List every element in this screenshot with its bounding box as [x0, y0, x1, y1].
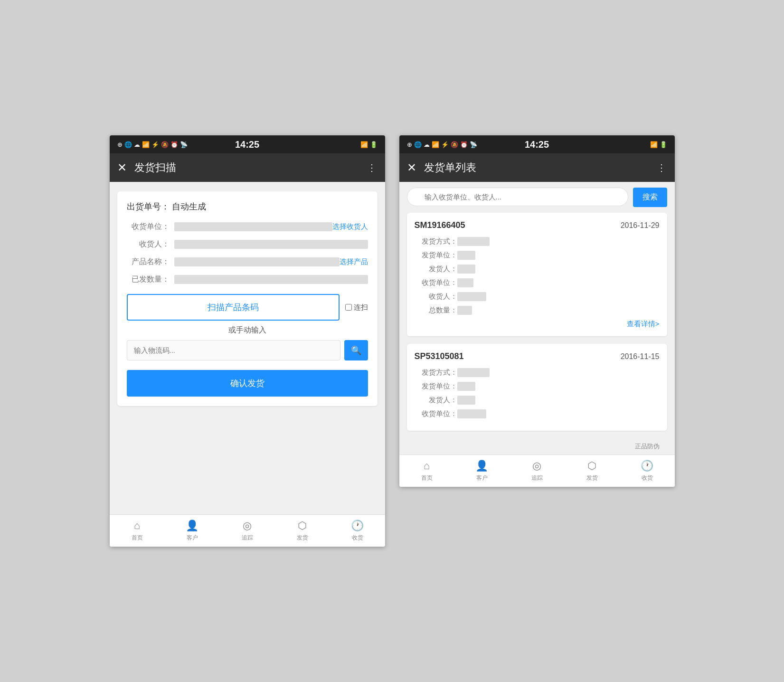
order-1-id: SM19166405 [415, 220, 465, 230]
alarm-icon: ⏰ [170, 141, 178, 148]
continuous-scan-checkbox[interactable] [345, 304, 352, 311]
left-phone-screen: ⊕ 🌐 ☁ 📶 ⚡ 🔕 ⏰ 📡 14:25 📶 🔋 ✕ 发货扫描 [110, 135, 385, 547]
order-1-header: SM19166405 2016-11-29 [415, 220, 660, 230]
order-2-sender: 发货人： [415, 396, 660, 405]
order-2-shipping-unit: 发货单位： [415, 382, 660, 391]
order-1-receiver: 收货人： [415, 292, 660, 301]
order-1-sender: 发货人： [415, 265, 660, 274]
left-nav-home[interactable]: ⌂ 首页 [110, 515, 165, 547]
home-icon: ⌂ [134, 520, 140, 532]
order-1-shipping-method-value [457, 237, 490, 246]
right-status-bar: ⊕ 🌐 ☁ 📶 ⚡ 🔕 ⏰ 📡 14:25 📶 🔋 [399, 135, 675, 153]
delivery-icon2: ⬡ [587, 460, 596, 472]
order-1-detail-link[interactable]: 查看详情> [415, 320, 660, 329]
select-receiver-link[interactable]: 选择收货人 [332, 222, 368, 231]
right-nav-home[interactable]: ⌂ 首页 [399, 455, 454, 487]
receiver-unit-label: 收货单位： [127, 222, 170, 232]
order-2-receiver-unit-value [457, 409, 487, 418]
wifi-icon2: ☁ [424, 141, 430, 148]
order-2-date: 2016-11-15 [621, 352, 660, 361]
left-bottom-nav: ⌂ 首页 👤 客户 ◎ 追踪 ⬡ 发货 🕐 收货 [110, 514, 385, 547]
order-1-shipping-method: 发货方式： [415, 237, 660, 246]
home-label: 首页 [132, 534, 143, 542]
receiver-unit-value [174, 222, 332, 231]
left-close-button[interactable]: ✕ [117, 161, 127, 174]
signal-bars-icon: 📶 [360, 141, 368, 148]
logistics-input[interactable] [127, 340, 340, 360]
right-bottom-nav: ⌂ 首页 👤 客户 ◎ 追踪 ⬡ 发货 🕐 收货 [399, 455, 675, 487]
right-app-title: 发货单列表 [424, 161, 657, 175]
order-1-receiver-unit-value [457, 278, 474, 287]
order-1-date: 2016-11-29 [621, 221, 660, 230]
left-status-icons: ⊕ 🌐 ☁ 📶 ⚡ 🔕 ⏰ 📡 [117, 141, 188, 148]
right-app-bar: ✕ 发货单列表 ⋮ [399, 153, 675, 182]
scan-form-card: 出货单号： 自动生成 收货单位： 选择收货人 收货人： 产品名称： [117, 191, 378, 406]
product-value [174, 257, 340, 266]
signal-bars-icon2: 📶 [650, 141, 658, 148]
order-2-receiver-unit: 收货单位： [415, 409, 660, 418]
left-menu-button[interactable]: ⋮ [367, 162, 378, 173]
right-phone-screen: ⊕ 🌐 ☁ 📶 ⚡ 🔕 ⏰ 📡 14:25 📶 🔋 ✕ 发货单列表 [399, 135, 675, 487]
mute-icon: 🔕 [161, 141, 169, 148]
right-close-button[interactable]: ✕ [407, 161, 416, 174]
quantity-row: 已发数量： [127, 275, 368, 284]
right-nav-receive[interactable]: 🕐 收货 [620, 455, 675, 487]
order-number-title: 出货单号： 自动生成 [127, 201, 368, 212]
continuous-scan-label[interactable]: 连扫 [345, 303, 368, 312]
logistics-search-button[interactable]: 🔍 [344, 340, 368, 360]
order-2-shipping-method-value [457, 368, 490, 377]
home-label2: 首页 [421, 474, 433, 482]
usb-icon: ⚡ [151, 141, 159, 148]
left-nav-track[interactable]: ◎ 追踪 [220, 515, 275, 547]
search-button[interactable]: 搜索 [633, 188, 667, 207]
wifi-icon: ☁ [134, 141, 140, 148]
track-label2: 追踪 [531, 474, 543, 482]
right-nav-delivery[interactable]: ⬡ 发货 [565, 455, 620, 487]
alarm-icon2: ⏰ [460, 141, 468, 148]
left-nav-receive[interactable]: 🕐 收货 [330, 515, 385, 547]
order-1-total-qty-value [457, 306, 472, 315]
left-nav-delivery[interactable]: ⬡ 发货 [275, 515, 330, 547]
receiver-value [174, 240, 368, 249]
receiver-unit-row: 收货单位： 选择收货人 [127, 222, 368, 232]
product-label: 产品名称： [127, 257, 170, 267]
track-label: 追踪 [242, 534, 253, 542]
search-bar: 🔍 搜索 [399, 182, 675, 213]
wifi2-icon2: 📡 [470, 141, 477, 148]
customer-icon: 👤 [186, 520, 198, 532]
wifi2-icon: 📡 [180, 141, 188, 148]
receive-label: 收货 [352, 534, 363, 542]
receive-icon2: 🕐 [641, 460, 653, 472]
watermark: 正品防伪 [407, 438, 667, 455]
signal-icon2: 📶 [432, 141, 439, 148]
signal-icon: 📶 [142, 141, 150, 148]
order-card-1: SM19166405 2016-11-29 发货方式： 发货单位： 发货人： [407, 213, 667, 336]
left-status-bar: ⊕ 🌐 ☁ 📶 ⚡ 🔕 ⏰ 📡 14:25 📶 🔋 [110, 135, 385, 153]
mute-icon2: 🔕 [451, 141, 458, 148]
scan-section: 扫描产品条码 连扫 [127, 294, 368, 321]
order-1-receiver-value [457, 292, 487, 301]
delivery-icon: ⬡ [298, 520, 307, 532]
browser-icon: 🌐 [124, 141, 132, 148]
left-content: 出货单号： 自动生成 收货单位： 选择收货人 收货人： 产品名称： [110, 182, 385, 514]
right-nav-customer[interactable]: 👤 客户 [454, 455, 510, 487]
customer-label: 客户 [187, 534, 198, 542]
order-2-shipping-unit-value [457, 382, 475, 391]
home-icon2: ⌂ [424, 460, 430, 472]
left-time: 14:25 [235, 139, 259, 150]
battery-icon: 🔋 [370, 141, 378, 148]
order-2-id: SP53105081 [415, 351, 464, 361]
or-text: 或手动输入 [127, 325, 368, 335]
order-card-2: SP53105081 2016-11-15 发货方式： 发货单位： 发货人： [407, 344, 667, 431]
confirm-delivery-button[interactable]: 确认发货 [127, 370, 368, 397]
left-nav-customer[interactable]: 👤 客户 [165, 515, 220, 547]
receive-icon: 🕐 [351, 520, 364, 532]
right-menu-button[interactable]: ⋮ [657, 162, 667, 173]
right-nav-track[interactable]: ◎ 追踪 [510, 455, 565, 487]
quantity-label: 已发数量： [127, 275, 170, 284]
scan-barcode-button[interactable]: 扫描产品条码 [127, 294, 340, 321]
track-icon: ◎ [243, 520, 252, 532]
delivery-label: 发货 [297, 534, 308, 542]
search-field[interactable] [407, 188, 628, 206]
select-product-link[interactable]: 选择产品 [340, 257, 368, 266]
